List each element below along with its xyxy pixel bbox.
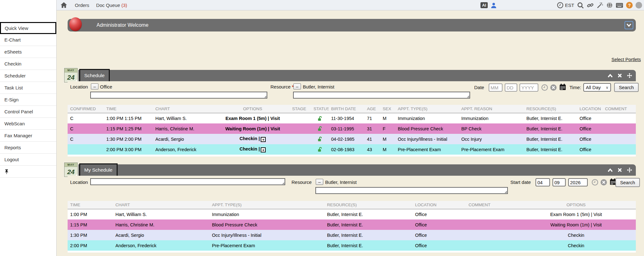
clear-date-button[interactable] — [550, 84, 557, 91]
resource-collapse-button[interactable]: – — [316, 179, 323, 185]
timezone-clock-button[interactable] — [557, 2, 564, 9]
options-link[interactable]: Checkin | — [240, 146, 260, 151]
appt-type-cell: Pre-Placement Exam — [395, 144, 459, 155]
options-link[interactable]: Exam Room 1 (5m) | Visit — [225, 116, 280, 121]
birth-date-cell: 04-02-1985 — [329, 134, 364, 144]
move-icon — [627, 167, 632, 173]
home-button[interactable] — [60, 2, 68, 9]
column-header: RESOURCE(S) — [524, 105, 577, 113]
date-year-input[interactable] — [519, 83, 538, 92]
unlocked-icon — [317, 147, 323, 152]
search-icon — [577, 2, 584, 9]
options-cell[interactable]: Waiting Room (1m) | Visit — [516, 219, 636, 230]
start-date-year-input[interactable] — [568, 178, 588, 186]
sidebar-item-control-panel[interactable]: Control Panel — [0, 106, 56, 118]
sidebar-item-esheets[interactable]: eSheets — [0, 46, 56, 58]
resource-label-text: Resource — [270, 84, 291, 89]
appointment-row: C 1:00 PM 1:15 PM Hart, William S. Exam … — [68, 113, 636, 123]
time-cell: 1:15 PM — [68, 219, 113, 230]
start-date-month-input[interactable] — [536, 178, 550, 186]
time-picker-button[interactable] — [541, 84, 548, 91]
sidebar-item-reports[interactable]: Reports — [0, 142, 56, 154]
sidebar-item-webscan[interactable]: WebScan — [0, 118, 56, 130]
sidebar-item-logout[interactable]: Logout — [0, 154, 56, 166]
help-button[interactable]: ? — [626, 2, 633, 9]
options-cell[interactable]: Checkin |+ — [216, 144, 290, 155]
status-cell[interactable] — [311, 123, 329, 134]
clear-date-button[interactable] — [600, 179, 607, 186]
my-schedule-search-button[interactable]: Search — [615, 178, 640, 187]
options-cell[interactable]: Checkin — [516, 240, 636, 251]
nav-link-orders[interactable]: Orders — [75, 3, 89, 8]
search-button[interactable] — [577, 2, 584, 9]
status-cell[interactable] — [311, 113, 329, 123]
nav-link-doc-queue[interactable]: Doc Queue (3) — [96, 3, 127, 8]
close-portlet-button[interactable] — [617, 73, 623, 78]
schedule-search-button[interactable]: Search — [614, 83, 639, 92]
my-schedule-portlet: MAY 24 My Schedule Location Resource – B… — [68, 164, 636, 253]
sidebar-item-e-chart[interactable]: E-Chart — [0, 34, 56, 46]
options-link[interactable]: Waiting Room (1m) | Visit — [225, 126, 280, 131]
sidebar-item-task-list[interactable]: Task List — [0, 82, 56, 94]
location-label: Location — [70, 84, 88, 89]
date-month-input[interactable] — [489, 83, 502, 92]
sidebar-item-e-sign[interactable]: E-Sign — [0, 94, 56, 106]
comment-cell — [602, 134, 636, 144]
confirmed-cell: C — [68, 113, 104, 123]
options-link[interactable]: Checkin | — [240, 136, 260, 141]
close-portlet-button[interactable] — [617, 167, 623, 173]
stage-cell — [290, 123, 311, 134]
calendar-icon — [559, 83, 566, 91]
comment-cell — [602, 123, 636, 134]
birth-date-cell: 03-11-1995 — [329, 123, 364, 134]
options-cell[interactable]: Exam Room 1 (5m) | Visit+ — [216, 113, 290, 123]
sidebar-item-checkin[interactable]: Checkin — [0, 58, 56, 70]
column-header: COMMENT — [602, 105, 636, 113]
resource-label: Resource* — [270, 84, 294, 89]
column-header: BIRTH DATE — [329, 105, 364, 113]
wand-button[interactable] — [597, 2, 603, 9]
start-date-day-input[interactable] — [552, 178, 566, 186]
location-input[interactable] — [90, 178, 285, 185]
welcome-collapse-button[interactable] — [625, 21, 633, 29]
time-picker-button[interactable] — [591, 179, 598, 186]
clock-icon — [591, 179, 598, 186]
comment-cell — [466, 209, 516, 219]
status-cell[interactable] — [311, 144, 329, 155]
expand-plus-icon[interactable]: + — [261, 147, 266, 152]
keyboard-button[interactable] — [616, 3, 623, 8]
options-cell[interactable]: Checkin |+ — [216, 134, 290, 144]
options-cell[interactable]: Exam Room 1 (5m) | Visit — [516, 209, 636, 219]
location-input[interactable] — [90, 92, 267, 99]
sidebar-item-fax-manager[interactable]: Fax Manager — [0, 130, 56, 142]
appt-type-cell: Immunization — [395, 113, 459, 123]
link-button[interactable] — [587, 2, 594, 9]
globe-button[interactable] — [606, 2, 613, 9]
user-button[interactable] — [491, 2, 497, 9]
resource-collapse-button[interactable]: – — [293, 83, 301, 89]
resource-value: Butler, Internist — [325, 179, 357, 185]
location-collapse-button[interactable]: – — [91, 83, 98, 89]
select-portlets-link[interactable]: Select Portlets — [612, 57, 641, 62]
calendar-picker-button[interactable] — [559, 83, 566, 90]
sidebar-pin-toggle[interactable] — [0, 166, 56, 178]
sidebar-item-scheduler[interactable]: Scheduler — [0, 70, 56, 82]
schedule-portlet-header: MAY 24 Schedule — [68, 70, 636, 81]
appt-reason-cell: Immunization — [459, 113, 524, 123]
ai-badge[interactable]: AI — [480, 2, 488, 8]
collapse-portlet-button[interactable] — [607, 73, 613, 78]
resource-input[interactable] — [315, 187, 508, 194]
move-portlet-button[interactable] — [627, 167, 632, 173]
sidebar-item-quick-view[interactable]: Quick View — [0, 22, 56, 34]
options-cell[interactable]: Waiting Room (1m) | Visit+ — [216, 123, 290, 134]
move-portlet-button[interactable] — [627, 73, 632, 78]
collapse-portlet-button[interactable] — [607, 167, 613, 173]
start-date-label: Start date — [510, 179, 531, 185]
resource-input[interactable] — [293, 92, 470, 99]
time-select[interactable]: All Day∨ — [583, 83, 611, 92]
status-cell[interactable] — [311, 134, 329, 144]
date-day-input[interactable] — [505, 83, 517, 92]
resource-cell: Butler, Internist E. — [524, 123, 577, 134]
expand-plus-icon[interactable]: + — [261, 137, 266, 142]
options-cell[interactable]: Checkin — [516, 230, 636, 240]
